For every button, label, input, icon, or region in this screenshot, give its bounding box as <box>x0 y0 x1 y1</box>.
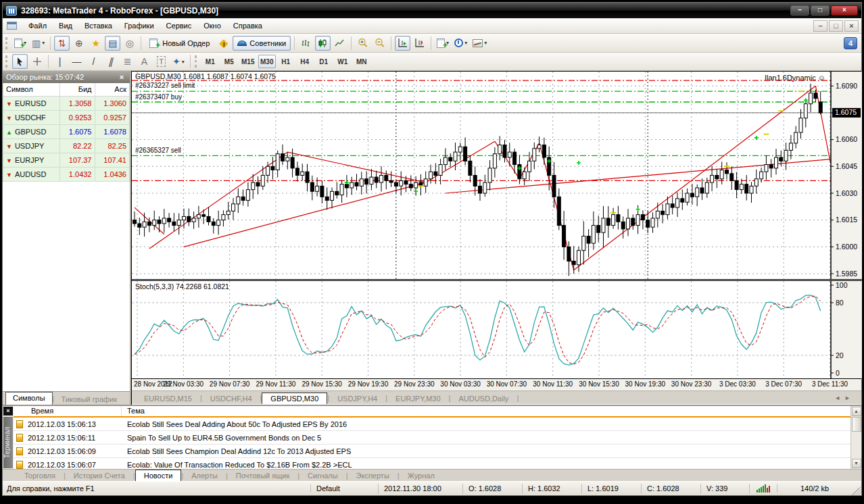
timeframe-m5[interactable]: M5 <box>220 55 238 68</box>
cursor-button[interactable] <box>12 54 28 69</box>
fibonacci-button[interactable]: ≣ <box>120 54 135 69</box>
terminal-tab-5[interactable]: Сигналы <box>299 470 346 481</box>
auto-scroll-button[interactable] <box>395 36 410 51</box>
candlestick-button[interactable] <box>315 36 331 51</box>
menu-item-6[interactable]: Справка <box>227 19 268 32</box>
indicators-button[interactable]: + ▾ <box>435 36 451 51</box>
new-order-button[interactable]: + Новый Ордер <box>145 36 214 51</box>
news-column-time[interactable]: Время <box>14 406 122 416</box>
minimize-button[interactable]: – <box>790 5 809 16</box>
news-column-topic[interactable]: Тема <box>122 406 850 416</box>
news-row-2[interactable]: 2012.12.03 15:06:09Ecolab Still Sees Cha… <box>14 445 850 458</box>
arrows-button[interactable]: ✦ ▾ <box>170 54 187 69</box>
menu-item-1[interactable]: Вид <box>53 19 78 32</box>
chart-tab-scroll-arrows[interactable]: ◄► <box>834 395 855 401</box>
zoom-in-button[interactable] <box>355 36 370 51</box>
market-watch-toggle[interactable]: ⇅ <box>54 36 70 51</box>
menu-item-2[interactable]: Вставка <box>78 19 118 32</box>
market-watch-row-gbpusd[interactable]: ▲GBPUSD1.60751.6078 <box>3 124 130 138</box>
time-axis[interactable]: 28 Nov 201229 Nov 03:3029 Nov 07:3029 No… <box>132 379 861 391</box>
navigator-button[interactable]: ★ <box>88 36 103 51</box>
mdi-restore-button[interactable]: □ <box>829 20 843 32</box>
market-watch-tab-1[interactable]: Тиковый график <box>54 394 124 405</box>
metaeditor-button[interactable]: ◆! <box>216 36 231 51</box>
scroll-up-icon[interactable]: ▲ <box>852 407 861 416</box>
strategy-tester-button[interactable]: ◎ <box>122 36 137 51</box>
periods-button[interactable]: ▾ <box>452 36 469 51</box>
menu-item-3[interactable]: Графики <box>118 19 160 32</box>
column-ask[interactable]: Аск <box>95 83 130 96</box>
chart-tab-eurusd[interactable]: EURUSD,M15 <box>136 393 200 404</box>
market-watch-close-icon[interactable]: × <box>117 73 126 81</box>
profiles-button[interactable]: ▥ ▾ <box>30 36 47 51</box>
scroll-thumb[interactable] <box>852 417 861 432</box>
menu-item-0[interactable]: Файл <box>22 19 53 32</box>
chart-tab-gbpusd[interactable]: GBPUSD,M30 <box>262 393 327 404</box>
data-window-button[interactable]: ⊕ <box>71 36 87 51</box>
chart-tab-usdjpy[interactable]: USDJPY,H4 <box>329 393 385 404</box>
chart-shift-button[interactable] <box>412 36 427 51</box>
market-watch-row-usdchf[interactable]: ▼USDCHF0.92530.9257 <box>3 110 130 124</box>
timeframe-m30[interactable]: M30 <box>258 55 276 68</box>
close-button[interactable]: × <box>831 5 858 16</box>
templates-button[interactable]: ▾ <box>471 36 489 51</box>
terminal-tab-7[interactable]: Журнал <box>400 470 443 481</box>
menu-item-4[interactable]: Сервис <box>160 19 198 32</box>
zoom-out-button[interactable] <box>372 36 387 51</box>
market-watch-tab-0[interactable]: Символы <box>5 392 53 405</box>
horizontal-line-button[interactable]: — <box>69 54 85 69</box>
market-watch-row-eurusd[interactable]: ▼EURUSD1.30581.3060 <box>3 96 130 110</box>
toolbar-grip2[interactable] <box>5 55 9 68</box>
line-chart-button[interactable] <box>332 36 347 51</box>
timeframe-m15[interactable]: M15 <box>239 55 257 68</box>
vertical-line-button[interactable]: | <box>52 54 68 69</box>
timeframe-w1[interactable]: W1 <box>334 55 352 68</box>
scroll-down-icon[interactable]: ▼ <box>852 459 861 468</box>
terminal-tab-6[interactable]: Эксперты <box>348 470 398 481</box>
new-chart-button[interactable]: + ▾ <box>12 36 28 51</box>
maximize-button[interactable]: □ <box>811 5 830 16</box>
timeframe-m1[interactable]: M1 <box>201 55 219 68</box>
timeframe-mn[interactable]: MN <box>353 55 370 68</box>
chart-system-menu-icon[interactable] <box>7 22 17 30</box>
terminal-tab-0[interactable]: Торговля <box>16 470 64 481</box>
market-watch-row-eurjpy[interactable]: ▼EURJPY107.37107.41 <box>3 153 130 167</box>
terminal-toggle[interactable]: ▤ <box>105 36 120 51</box>
crosshair-button[interactable] <box>29 54 45 69</box>
trendline-button[interactable]: / <box>86 54 101 69</box>
terminal-tab-2[interactable]: Новости <box>135 470 182 481</box>
stochastic-pane[interactable]: Stoch(5,3,3) 74.2268 61.082110080200 <box>132 281 861 379</box>
news-row-0[interactable]: 2012.12.03 15:06:13Ecolab Still Sees Dea… <box>14 418 850 431</box>
timeframe-h4[interactable]: H4 <box>296 55 314 68</box>
market-watch-row-audusd[interactable]: ▼AUDUSD1.04321.0436 <box>3 167 130 181</box>
chart-tab-audusd[interactable]: AUDUSD,Daily <box>450 393 517 404</box>
news-scrollbar[interactable]: ▲ ▼ <box>850 406 861 469</box>
column-bid[interactable]: Бид <box>60 83 95 96</box>
toolbar-grip3[interactable] <box>195 55 198 68</box>
terminal-tab-1[interactable]: История Счета <box>66 470 133 481</box>
text-button[interactable]: A <box>137 54 152 69</box>
bar-chart-button[interactable] <box>298 36 314 51</box>
timeframe-h1[interactable]: H1 <box>277 55 295 68</box>
price-chart-pane[interactable]: #26373227 sell limit#26373407 buy#263653… <box>132 71 861 281</box>
news-row-3[interactable]: 2012.12.03 15:06:07Ecolab: Value Of Tran… <box>14 458 850 469</box>
mdi-close-button[interactable]: × <box>844 20 859 32</box>
chart-tab-eurjpy[interactable]: EURJPY,M30 <box>387 393 448 404</box>
expert-advisors-button[interactable]: Советники <box>233 36 291 51</box>
timeframe-d1[interactable]: D1 <box>315 55 333 68</box>
mdi-minimize-button[interactable]: – <box>813 20 827 32</box>
terminal-tab-3[interactable]: Алерты <box>183 470 226 481</box>
terminal-tab-4[interactable]: Почтовый ящик <box>228 470 297 481</box>
status-profile[interactable]: Default <box>311 484 379 494</box>
toolbar-grip[interactable] <box>5 37 9 49</box>
text-label-button[interactable]: T <box>153 54 169 69</box>
resize-grip[interactable] <box>852 486 861 495</box>
column-symbol[interactable]: Символ <box>3 83 60 96</box>
news-row-1[interactable]: 2012.12.03 15:06:11Spain To Sell Up to E… <box>14 431 850 445</box>
channel-button[interactable]: ∥ <box>103 54 118 69</box>
chart-tab-usdchf[interactable]: USDCHF,H4 <box>202 393 260 404</box>
market-watch-row-usdjpy[interactable]: ▼USDJPY82.2282.25 <box>3 138 130 153</box>
terminal-close-icon[interactable]: × <box>3 407 13 415</box>
notifications-badge[interactable]: 4 <box>844 37 857 49</box>
menu-item-5[interactable]: Окно <box>197 19 227 32</box>
